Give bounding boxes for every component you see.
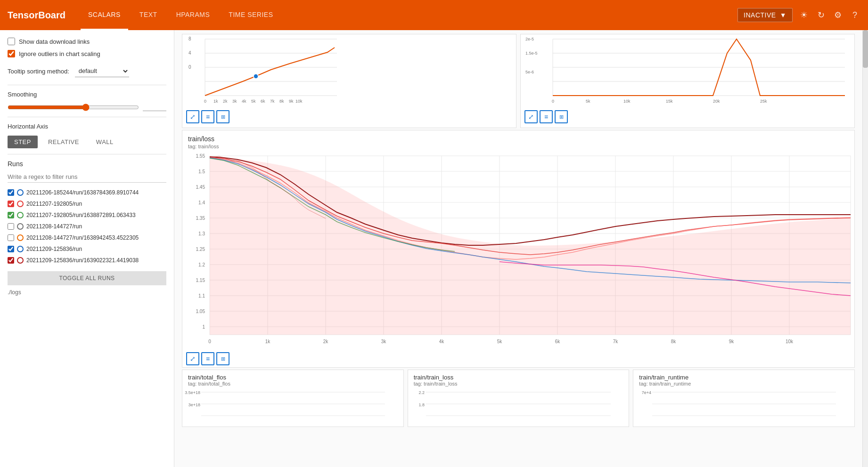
bottom-left-title-area: train/total_flos tag: train/total_flos [182,370,403,387]
tab-scalars[interactable]: SCALARS [81,0,128,30]
svg-text:1.25: 1.25 [196,247,205,252]
scrollbar[interactable] [862,30,868,467]
toggle-all-runs-button[interactable]: TOGGLE ALL RUNS [8,271,166,285]
topnav: TensorBoard SCALARS TEXT HPARAMS TIME SE… [0,0,868,30]
tooltip-select[interactable]: default ascending descending nearest [75,65,129,77]
svg-text:1.45: 1.45 [196,185,205,190]
run2-label: 20211207-192805/run [26,201,82,207]
show-download-checkbox[interactable] [8,38,15,45]
run-item: 20211206-185244/run/1638784369.8910744 [8,188,166,197]
svg-text:25k: 25k [760,99,767,104]
svg-text:1.35: 1.35 [196,216,205,221]
svg-text:9k: 9k [729,339,735,344]
main-content: 8 4 0 0 1k 2k 3k 4k 5k 6k [174,30,862,467]
svg-text:15k: 15k [666,99,673,104]
main-chart-svg-wrapper: 1.55 1.5 1.45 1.4 1.35 1.3 1.25 1.2 1.15… [182,151,854,350]
axis-step-btn[interactable]: STEP [8,136,38,148]
smoothing-value[interactable]: 0.6 [143,104,166,111]
svg-text:5k: 5k [251,99,256,104]
run4-checkbox[interactable] [8,223,14,230]
svg-text:10k: 10k [295,99,303,104]
run3-label: 20211207-192805/run/1638872891.063433 [26,212,136,218]
divider-3 [8,154,166,154]
top-left-chart: 8 4 0 0 1k 2k 3k 4k 5k 6k [182,34,516,128]
main-settings-btn[interactable]: ⊞ [216,352,229,365]
axis-buttons: STEP RELATIVE WALL [8,136,166,148]
run-item: 20211208-144727/run [8,222,166,231]
top-left-data-btn[interactable]: ≡ [201,110,214,123]
main-loss-chart: train/loss tag: train/loss [182,130,855,368]
svg-text:1.2: 1.2 [198,262,205,267]
smoothing-row: 0.6 [8,104,166,111]
run1-checkbox[interactable] [8,189,14,196]
bottom-left-chart-title: train/total_flos [188,374,398,381]
main-chart-title: train/loss [182,130,854,144]
refresh-icon[interactable]: ↻ [815,9,827,21]
svg-text:7k: 7k [270,99,275,104]
run6-checkbox[interactable] [8,246,14,252]
svg-text:10k: 10k [623,99,631,104]
topnav-right: INACTIVE ▼ ☀ ↻ ⚙ ? [737,8,860,22]
run-item: 20211208-144727/run/1638942453.4522305 [8,234,166,242]
main-layout: Show data download links Ignore outliers… [0,30,868,467]
svg-text:1.8: 1.8 [418,403,425,407]
run-item: 20211209-125836/run/1639022321.4419038 [8,256,166,265]
run6-label: 20211209-125836/run [26,246,82,252]
svg-text:7e+4: 7e+4 [642,390,651,395]
ignore-outliers-row: Ignore outliers in chart scaling [8,50,166,57]
top-right-expand-btn[interactable]: ⤢ [524,110,538,123]
tab-text[interactable]: TEXT [132,0,165,30]
top-left-expand-btn[interactable]: ⤢ [186,110,199,123]
top-right-svg: 2e-5 1.5e-5 5e-6 0 5k 10k 15k 20k 25k [524,34,854,105]
status-dropdown[interactable]: INACTIVE ▼ [737,8,793,22]
top-left-settings-btn[interactable]: ⊞ [216,110,229,123]
smoothing-slider[interactable] [8,104,139,111]
top-right-svg-area: 2e-5 1.5e-5 5e-6 0 5k 10k 15k 20k 25k [521,34,854,108]
tooltip-method-label: Tooltip sorting method: [8,68,69,75]
runs-filter-input[interactable] [8,171,166,183]
ignore-outliers-checkbox[interactable] [8,50,15,57]
sidebar: Show data download links Ignore outliers… [0,30,174,467]
main-data-btn[interactable]: ≡ [201,352,214,365]
theme-icon[interactable]: ☀ [798,9,810,21]
svg-text:1.15: 1.15 [196,278,205,283]
ignore-outliers-label: Ignore outliers in chart scaling [19,50,100,57]
show-download-label: Show data download links [19,38,90,45]
svg-text:7k: 7k [613,339,619,344]
bottom-right-chart-title: train/train_runtime [639,374,849,381]
show-download-row: Show data download links [8,38,166,45]
axis-relative-btn[interactable]: RELATIVE [41,136,86,148]
run3-checkbox[interactable] [8,212,14,218]
help-icon[interactable]: ? [849,9,860,21]
svg-text:8k: 8k [279,99,284,104]
scrollbar-thumb[interactable] [863,30,868,68]
svg-text:1.4: 1.4 [198,200,205,205]
axis-wall-btn[interactable]: WALL [90,136,120,148]
settings-icon[interactable]: ⚙ [832,9,843,21]
svg-text:1.5e-5: 1.5e-5 [525,51,538,56]
run7-checkbox[interactable] [8,257,14,264]
run5-checkbox[interactable] [8,234,14,241]
tooltip-row: Tooltip sorting method: default ascendin… [8,65,166,77]
svg-text:0: 0 [552,99,554,104]
run6-color [17,246,24,252]
top-left-svg-area: 8 4 0 0 1k 2k 3k 4k 5k 6k [182,34,516,108]
run3-color [17,212,24,218]
tab-timeseries[interactable]: TIME SERIES [221,0,280,30]
svg-text:5k: 5k [586,99,590,104]
tab-hparams[interactable]: HPARAMS [169,0,218,30]
bottom-right-chart: train/train_runtime tag: train/train_run… [633,370,855,427]
main-expand-btn[interactable]: ⤢ [186,352,199,365]
top-charts-row: 8 4 0 0 1k 2k 3k 4k 5k 6k [182,34,855,128]
svg-text:1: 1 [202,324,205,330]
run2-checkbox[interactable] [8,201,14,207]
svg-text:4k: 4k [242,99,246,104]
svg-text:1.3: 1.3 [198,231,205,236]
svg-text:9k: 9k [289,99,294,104]
runs-list: 20211206-185244/run/1638784369.8910744 2… [8,188,166,267]
svg-text:4: 4 [188,50,191,56]
top-right-settings-btn[interactable]: ⊞ [555,110,568,123]
run7-label: 20211209-125836/run/1639022321.4419038 [26,257,139,264]
top-right-data-btn[interactable]: ≡ [540,110,553,123]
svg-text:6k: 6k [261,99,265,104]
